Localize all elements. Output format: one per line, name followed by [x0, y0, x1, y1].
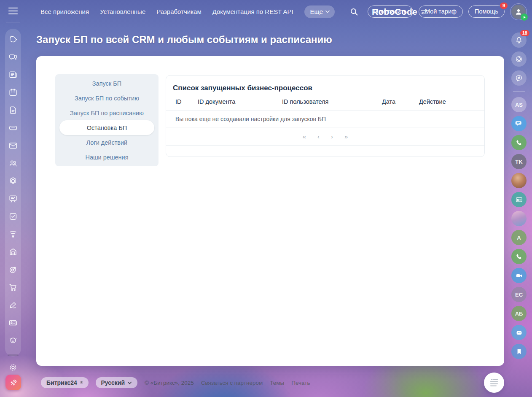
divider — [6, 22, 20, 22]
sidebar-item-documents[interactable] — [8, 105, 18, 115]
people-icon — [8, 159, 18, 168]
video-call-button[interactable] — [511, 268, 527, 283]
sidebar-item-drive[interactable] — [8, 123, 18, 132]
contact-partner-link[interactable]: Связаться с партнером — [201, 380, 263, 386]
cart-icon — [8, 283, 18, 292]
market-button[interactable] — [5, 375, 21, 390]
telephony-button-2[interactable] — [511, 249, 527, 264]
menu-item-action-logs[interactable]: Логи действий — [59, 135, 154, 150]
avatar-tk[interactable]: TK — [511, 154, 527, 169]
invite-button[interactable]: Пригласить — [368, 5, 413, 18]
footer-brand: Битрикс24 — [46, 379, 77, 386]
sidebar-item-shop[interactable] — [8, 247, 18, 257]
user-avatar[interactable] — [510, 3, 527, 20]
bitrix24-logo-button[interactable]: Битрикс24® — [41, 377, 89, 388]
sidebar-item-tasks[interactable] — [8, 212, 18, 221]
more-button[interactable]: Еще — [304, 5, 335, 18]
nav-rest-api-docs[interactable]: Документация по REST API — [212, 8, 293, 15]
menu-item-stop-bp[interactable]: Остановка БП — [59, 120, 154, 135]
table-header: ID ID документа ID пользователя Дата Дей… — [166, 92, 484, 111]
sidebar-item-whiteboard[interactable] — [8, 194, 18, 203]
avatar-as[interactable]: AS — [511, 97, 527, 112]
menu-item-run-bp-event[interactable]: Запуск БП по событию — [59, 91, 154, 105]
chat-arrows-icon — [515, 74, 523, 82]
avatar-es[interactable]: ЕС — [511, 287, 527, 302]
settings-button[interactable] — [8, 363, 18, 372]
telephony-button[interactable] — [511, 135, 527, 150]
registered-mark: ® — [80, 381, 83, 385]
sidebar-item-ai[interactable] — [8, 336, 18, 345]
robot-icon — [8, 336, 18, 345]
nav-installed[interactable]: Установленные — [100, 8, 145, 15]
language-label: Русский — [101, 379, 125, 386]
sidebar-item-marketing[interactable] — [8, 265, 18, 274]
column-action: Действие — [419, 98, 484, 105]
sidebar-item-messenger[interactable] — [8, 52, 18, 62]
quick-menu-button[interactable] — [484, 373, 504, 393]
divider — [513, 91, 525, 92]
phone-icon — [515, 253, 523, 261]
news-icon — [8, 70, 18, 79]
language-selector[interactable]: Русский — [96, 377, 138, 388]
notifications-badge: 18 — [520, 30, 529, 36]
avatar-a[interactable]: A — [511, 230, 527, 245]
contact-card-button[interactable] — [511, 192, 527, 207]
column-user-id: ID пользователя — [282, 98, 382, 105]
nav-all-apps[interactable]: Все приложения — [40, 8, 89, 15]
bell-icon — [515, 36, 523, 44]
hexagon-icon — [8, 176, 18, 186]
hamburger-menu-icon[interactable] — [8, 7, 19, 15]
storefront-icon — [8, 247, 18, 257]
sidebar-item-crm[interactable] — [8, 159, 18, 168]
checkbox-icon — [8, 212, 18, 221]
document-icon — [8, 105, 18, 115]
mail-icon — [8, 141, 18, 150]
chevron-down-icon — [127, 381, 132, 384]
sidebar-item-automation[interactable] — [8, 176, 18, 186]
chat-switch-button[interactable] — [511, 70, 527, 86]
sidebar-item-sign[interactable] — [8, 300, 18, 310]
robot-head-icon — [515, 329, 523, 337]
messenger-button[interactable] — [511, 116, 527, 131]
sidebar-item-news[interactable] — [8, 70, 18, 79]
bookmarks-button[interactable] — [511, 344, 527, 359]
menu-item-run-bp[interactable]: Запуск БП — [59, 76, 154, 91]
sidebar-item-calendar[interactable] — [8, 88, 18, 97]
bookmark-icon — [516, 348, 523, 355]
search-icon[interactable] — [350, 8, 358, 16]
process-list-panel: Список запущенных бизнес-процессов ID ID… — [166, 75, 485, 157]
sidebar-item-pulse[interactable] — [8, 35, 18, 44]
pagination: « ‹ › » — [166, 127, 484, 146]
help-badge: 9 — [500, 3, 508, 9]
more-label: Еще — [310, 8, 323, 15]
pagination-first[interactable]: « — [303, 133, 306, 140]
pagination-next[interactable]: › — [331, 133, 333, 140]
target-icon — [8, 265, 18, 274]
sidebar-item-mail[interactable] — [8, 141, 18, 150]
nav-developers[interactable]: Разработчикам — [156, 8, 201, 15]
my-plan-button[interactable]: Мой тариф — [419, 5, 463, 18]
sidebar-item-store[interactable] — [8, 283, 18, 292]
pagination-prev[interactable]: ‹ — [317, 133, 320, 140]
sidebar-item-contacts[interactable] — [8, 318, 18, 327]
bot-button[interactable] — [511, 325, 527, 340]
sidebar-divider — [8, 354, 19, 356]
menu-item-run-bp-schedule[interactable]: Запуск БП по расписанию — [59, 105, 154, 120]
print-link[interactable]: Печать — [291, 380, 310, 386]
copilot-button[interactable] — [511, 51, 527, 67]
avatar-photo-2[interactable] — [511, 211, 527, 226]
sidebar-item-sales-funnel[interactable] — [8, 230, 18, 239]
avatar-photo[interactable] — [511, 173, 527, 188]
menu-item-our-solutions[interactable]: Наши решения — [59, 150, 154, 165]
right-sidebar: 18 AS TK A ЕС АБ — [511, 32, 527, 359]
help-label: Помощь — [475, 8, 498, 15]
notifications-button[interactable]: 18 — [511, 32, 527, 48]
themes-link[interactable]: Темы — [270, 380, 284, 386]
avatar-ab[interactable]: АБ — [511, 306, 527, 321]
pagination-last[interactable]: » — [344, 133, 348, 140]
chat-bubbles-icon — [8, 52, 18, 62]
help-button[interactable]: Помощь 9 — [468, 5, 505, 18]
phone-icon — [515, 139, 523, 147]
chevron-down-icon — [325, 10, 330, 13]
panel-title: Список запущенных бизнес-процессов — [166, 76, 484, 92]
